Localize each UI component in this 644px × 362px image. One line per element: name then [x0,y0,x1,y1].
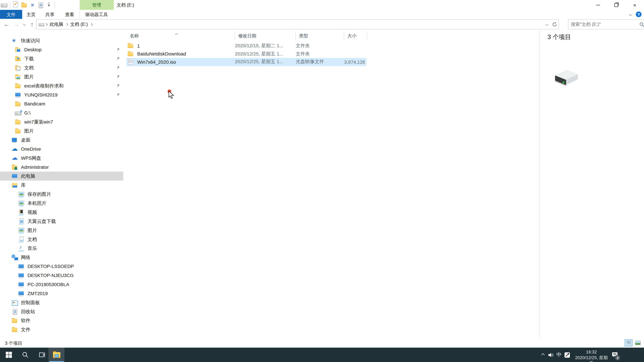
ime-mode-button[interactable] [563,348,572,362]
contextual-tab-group[interactable]: 管理 [80,0,114,10]
sidebar-item-onedrive[interactable]: OneDrive [0,144,123,153]
hidden-icons-button[interactable] [539,348,547,362]
computer-icon [18,291,25,297]
back-button[interactable]: ← [2,19,12,29]
sidebar-item-administrator[interactable]: Administrator [0,163,123,172]
qat-properties-button[interactable]: ✓ [12,0,20,9]
taskbar-search-button[interactable] [19,348,31,362]
sidebar-item-win7-folder[interactable]: win7重装win7 [0,117,123,126]
chevron-right-icon [66,23,68,25]
tab-view[interactable]: 查看 [60,10,79,19]
chevron-down-icon [545,23,548,26]
sidebar-item-this-pc[interactable]: 此电脑 [0,172,123,181]
sidebar-item-zmt2019[interactable]: ZMT2019 [0,289,123,298]
history-dropdown-button[interactable] [21,19,27,29]
sidebar-item-downloads[interactable]: 下载 [0,54,123,63]
sidebar-item-wps-cloud[interactable]: WPS网盘 [0,153,123,163]
sidebar-item-label: 网络 [21,254,30,260]
sidebar-item-cloud-download[interactable]: 天翼云盘下载 [0,217,123,226]
sidebar-item-lib-documents[interactable]: 文档 [0,235,123,244]
sidebar-item-desktop-lssoedp[interactable]: DESKTOP-LSSOEDP [0,262,123,271]
tab-file[interactable]: 文件 [0,10,22,19]
pin-icon [116,93,120,97]
folder-desktop-icon [15,46,21,53]
sidebar-item-music[interactable]: 音乐 [0,244,123,253]
sidebar-item-saved-pictures[interactable]: 保存的图片 [0,190,123,199]
sidebar-item-pictures[interactable]: 图片 [0,72,123,81]
folder-icon [127,43,134,49]
windows-logo-icon [6,352,12,358]
details-view-button[interactable] [625,339,632,347]
sidebar-item-desktop-root[interactable]: 桌面 [0,135,123,144]
volume-button[interactable] [546,348,555,362]
taskbar-clock[interactable]: 16:32 2020/12/25, 星期五 [574,349,609,362]
address-dropdown-button[interactable] [543,19,551,29]
collapse-ribbon-icon[interactable] [629,12,632,16]
start-button[interactable] [2,348,15,362]
sidebar-item-lib-pictures[interactable]: 图片 [0,226,123,235]
sidebar-item-videos[interactable]: 视频 [0,208,123,217]
sidebar-item-yunqishi2019[interactable]: YUNQISHI2019 [0,90,123,99]
window-controls: × [588,0,644,10]
column-header-type[interactable]: 类型 [296,31,344,40]
sidebar-item-g-drive[interactable]: ?G:\ [0,108,123,117]
restore-icon [614,3,618,7]
search-input[interactable]: 搜索"文档 (E:)" [568,19,644,29]
sidebar-item-desktop-folder[interactable]: Desktop [0,45,123,54]
column-header-size[interactable]: 大小 [344,31,367,40]
close-button[interactable]: × [626,0,644,10]
qat-customize-button[interactable]: ▾ [45,0,53,9]
forward-button[interactable]: → [12,19,22,29]
qat-delete-button[interactable]: × [28,0,36,9]
sidebar-item-desktop-njeu3cg[interactable]: DESKTOP-NJEU3CG [0,271,123,280]
sidebar-item-pc-20190530obla[interactable]: PC-20190530OBLA [0,280,123,289]
file-explorer-icon [53,352,60,358]
up-button[interactable]: ↑ [27,19,37,29]
breadcrumb-this-pc[interactable]: 此电脑 [48,21,65,27]
sidebar-item-libraries[interactable]: 库 [0,181,123,190]
sidebar-item-pictures-2[interactable]: 图片 [0,126,123,135]
wps-cloud-icon [12,155,18,161]
tab-share[interactable]: 共享 [40,10,60,19]
qat-recycle-button[interactable] [36,0,45,9]
sidebar-item-control-panel[interactable]: 控制面板 [0,298,123,307]
taskbar-file-explorer-button[interactable] [48,348,64,362]
file-name: Win7x64_2020.iso [137,59,176,64]
qat-new-folder-button[interactable] [20,0,28,9]
sidebar-item-excel-folder[interactable]: excel表格制作求和 [0,81,123,90]
tab-home[interactable]: 主页 [22,10,40,19]
sidebar-item-camera-roll[interactable]: 本机照片 [0,199,123,208]
restore-button[interactable] [607,0,626,10]
sidebar-item-files[interactable]: 文件 [0,325,123,334]
mouse-cursor [168,91,174,99]
breadcrumb-current-drive[interactable]: 文档 (E:) [68,21,90,27]
refresh-icon [552,22,557,27]
sidebar-item-label: DESKTOP-LSSOEDP [28,264,74,269]
breadcrumb[interactable]: 此电脑 文档 (E:) [36,19,554,29]
sidebar-item-documents[interactable]: 文档 [0,63,123,72]
task-view-button[interactable] [36,348,48,362]
file-row-selected[interactable]: Win7x64_2020.iso 2020/12/25, 星期五 1... 光盘… [126,58,366,66]
sidebar-item-label: Desktop [24,47,42,52]
thumbnail-view-button[interactable] [634,339,642,347]
sidebar-item-quick-access[interactable]: 快速访问 [0,36,123,45]
chevron-right-icon [90,23,92,25]
sidebar-item-label: PC-20190530OBLA [28,282,69,287]
library-pictures-icon [18,191,25,197]
sidebar-item-bandicam[interactable]: Bandicam [0,99,123,108]
sidebar-item-recycle-bin[interactable]: 回收站 [0,307,123,316]
file-row[interactable]: 1 2020/12/15, 星期二 1... 文件夹 [126,42,366,50]
file-row[interactable]: BaiduNetdiskDownload 2020/12/25, 星期五 1..… [126,50,366,58]
file-type: 文件夹 [296,43,344,49]
sidebar-item-software[interactable]: 软件 [0,316,123,325]
column-header-date[interactable]: 修改日期 [235,31,296,40]
sidebar-item-network[interactable]: 网络 [0,253,123,262]
refresh-button[interactable] [550,19,559,29]
help-icon[interactable]: ? [636,11,642,17]
sidebar-item-label: 文档 [28,236,37,242]
minimize-button[interactable] [588,0,607,10]
column-header-name[interactable]: 名称 [123,31,235,40]
ime-language-button[interactable]: 中 [554,348,564,362]
computer-icon [18,272,25,279]
tab-drive-tools[interactable]: 驱动器工具 [79,10,114,19]
